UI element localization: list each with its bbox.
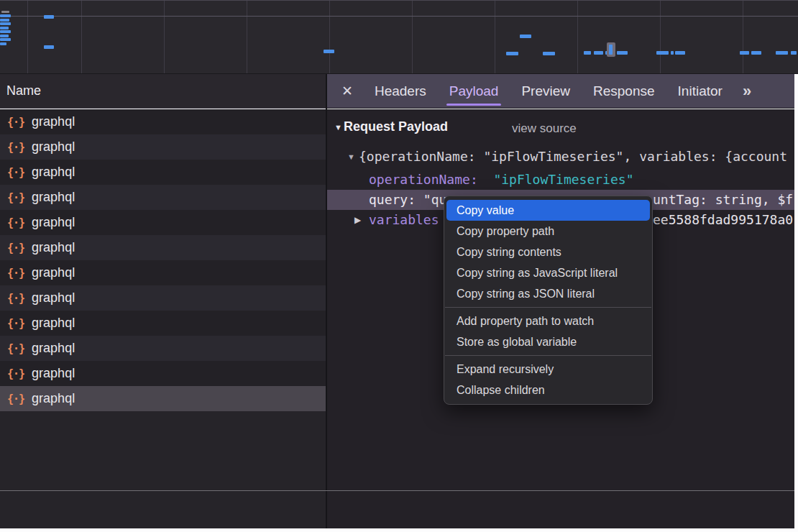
request-row[interactable]: {·}graphql: [0, 235, 326, 260]
request-row[interactable]: {·}graphql: [0, 134, 326, 160]
request-row[interactable]: {·}graphql: [0, 285, 326, 311]
payload-object-preview: {operationName: "ipFlowTimeseries", vari…: [359, 147, 787, 167]
request-row[interactable]: {·}graphql: [0, 160, 326, 185]
request-name-label: graphql: [32, 240, 75, 255]
collapsed-triangle-icon[interactable]: ▶: [354, 210, 361, 230]
waterfall-bar: [0, 27, 9, 29]
more-tabs-icon[interactable]: »: [743, 82, 750, 101]
tab-headers[interactable]: Headers: [375, 74, 426, 108]
waterfall-bar: [1, 11, 9, 13]
overview-selected-request-marker[interactable]: [607, 42, 615, 57]
braces-json-icon: {·}: [7, 116, 24, 129]
request-name-label: graphql: [32, 316, 75, 331]
menu-item-copy-string-as-javascript-literal[interactable]: Copy string as JavaScript literal: [444, 262, 652, 283]
braces-json-icon: {·}: [7, 292, 24, 305]
request-name-label: graphql: [32, 265, 75, 280]
tab-response[interactable]: Response: [593, 74, 655, 108]
waterfall-bar: [584, 51, 591, 55]
network-overview-timeline[interactable]: [0, 0, 798, 74]
braces-json-icon: {·}: [7, 242, 24, 254]
section-expanded-triangle-icon[interactable]: ▼: [334, 123, 342, 132]
property-value-string: "ipFlowTimeseries": [493, 172, 633, 187]
page-background-strip: [0, 528, 798, 532]
braces-json-icon: {·}: [7, 317, 24, 330]
request-row[interactable]: {·}graphql: [0, 185, 326, 210]
request-name-label: graphql: [32, 341, 75, 356]
waterfall-bar: [0, 35, 9, 37]
braces-json-icon: {·}: [7, 367, 24, 380]
waterfall-bar: [0, 19, 9, 22]
waterfall-bar: [0, 22, 11, 25]
bottom-separator: [0, 490, 794, 491]
operation-name-row[interactable]: operationName: "ipFlowTimeseries": [327, 170, 794, 190]
page-background-strip: [794, 74, 798, 532]
menu-separator: [445, 355, 651, 356]
waterfall-bar: [776, 51, 788, 55]
braces-json-icon: {·}: [7, 393, 24, 405]
request-name-label: graphql: [32, 391, 75, 406]
property-key: operationName:: [369, 172, 478, 187]
waterfall-bar: [0, 42, 6, 45]
request-name-label: graphql: [32, 165, 75, 180]
request-list: {·}graphql{·}graphql{·}graphql{·}graphql…: [0, 109, 326, 411]
view-source-link[interactable]: view source: [512, 121, 577, 136]
tab-payload[interactable]: Payload: [449, 74, 499, 108]
waterfall-bar: [44, 45, 54, 49]
waterfall-bar: [675, 51, 685, 55]
tab-preview[interactable]: Preview: [521, 74, 570, 108]
waterfall-bar: [543, 52, 555, 55]
waterfall-bar: [656, 51, 669, 55]
close-icon[interactable]: ✕: [341, 83, 353, 99]
waterfall-bar: [0, 30, 11, 33]
menu-item-copy-value[interactable]: Copy value: [446, 200, 650, 221]
menu-item-store-as-global-variable[interactable]: Store as global variable: [444, 331, 652, 352]
menu-item-add-property-path-to-watch[interactable]: Add property path to watch: [444, 311, 652, 331]
braces-json-icon: {·}: [7, 141, 24, 154]
request-row[interactable]: {·}graphql: [0, 361, 326, 386]
braces-json-icon: {·}: [7, 267, 24, 280]
request-row[interactable]: {·}graphql: [0, 210, 326, 235]
braces-json-icon: {·}: [7, 216, 24, 229]
waterfall-bar: [0, 38, 11, 41]
menu-item-copy-string-contents[interactable]: Copy string contents: [444, 242, 652, 262]
request-row[interactable]: {·}graphql: [0, 311, 326, 336]
request-row[interactable]: {·}graphql: [0, 336, 326, 361]
waterfall-bar: [324, 50, 334, 53]
waterfall-bar: [617, 51, 628, 55]
context-menu: Copy valueCopy property pathCopy string …: [444, 196, 653, 405]
waterfall-bar: [44, 15, 54, 19]
payload-root-row[interactable]: ▼ {operationName: "ipFlowTimeseries", va…: [327, 147, 794, 167]
request-row[interactable]: {·}graphql: [0, 386, 326, 411]
braces-json-icon: {·}: [7, 191, 24, 204]
request-name-label: graphql: [32, 114, 75, 129]
tab-initiator[interactable]: Initiator: [678, 74, 723, 108]
expanded-triangle-icon[interactable]: ▼: [347, 147, 355, 167]
menu-item-copy-string-as-json-literal[interactable]: Copy string as JSON literal: [444, 283, 652, 304]
menu-separator: [445, 307, 651, 308]
request-row[interactable]: {·}graphql: [0, 109, 326, 134]
request-payload-section-header[interactable]: ▼ Request Payload: [334, 119, 448, 134]
query-row-left-text: query: "qu: [369, 190, 446, 210]
waterfall-bar: [594, 51, 603, 55]
detail-tab-bar: ✕ HeadersPayloadPreviewResponseInitiator…: [327, 74, 794, 109]
spacer: [486, 172, 494, 187]
request-payload-title: Request Payload: [344, 119, 448, 134]
request-list-empty-area: [0, 411, 326, 528]
menu-item-collapse-children[interactable]: Collapse children: [444, 380, 652, 400]
query-row-right-text: untTag: string, $f: [653, 190, 793, 210]
name-column-header[interactable]: Name: [0, 74, 326, 109]
menu-item-copy-property-path[interactable]: Copy property path: [444, 221, 652, 242]
waterfall-bar: [609, 45, 613, 55]
waterfall-bar: [0, 14, 11, 17]
variables-row-right-text: ee5588fdad995178a0: [653, 210, 793, 230]
request-name-label: graphql: [32, 190, 75, 205]
request-name-label: graphql: [32, 139, 75, 155]
waterfall-bar: [506, 52, 518, 55]
request-name-label: graphql: [32, 215, 75, 230]
menu-item-expand-recursively[interactable]: Expand recursively: [444, 359, 652, 380]
braces-json-icon: {·}: [7, 342, 24, 355]
waterfall-bar: [751, 51, 761, 55]
waterfall-bar: [791, 51, 797, 55]
request-row[interactable]: {·}graphql: [0, 260, 326, 285]
request-name-label: graphql: [32, 290, 75, 306]
